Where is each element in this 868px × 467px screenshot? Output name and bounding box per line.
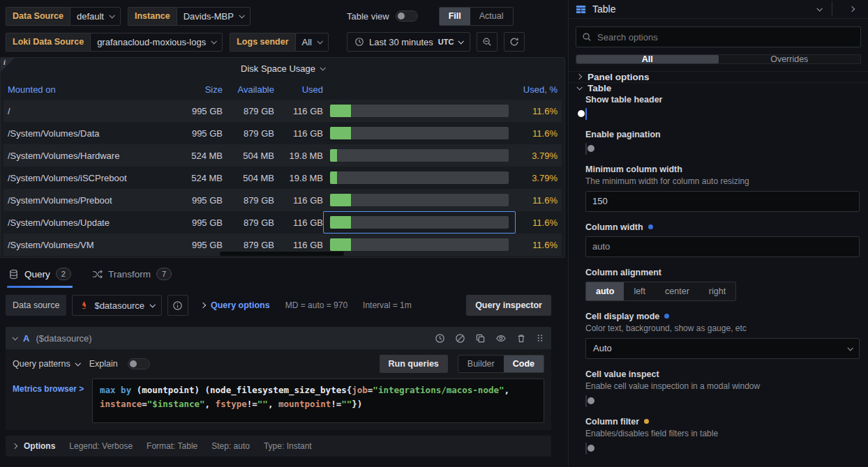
- promql-code-editor[interactable]: max by (mountpoint) (node_filesystem_siz…: [92, 378, 544, 423]
- toggle-knob: [588, 445, 594, 452]
- search-options-input[interactable]: [576, 26, 861, 47]
- query-options-expander[interactable]: Query options: [201, 300, 270, 310]
- query-ref-id: A: [23, 333, 29, 344]
- cell-display-mode-select[interactable]: Auto: [585, 338, 860, 359]
- variable-label-loki: Loki Data Source: [6, 33, 90, 52]
- query-patterns-dropdown[interactable]: Query patterns: [13, 359, 80, 369]
- disable-query-icon[interactable]: [455, 333, 465, 344]
- panel-title-menu[interactable]: Disk Space Usage: [1, 58, 564, 79]
- table-options-body: Show table header Enable pagination Mini…: [569, 93, 868, 467]
- field-label: Enable pagination: [585, 130, 860, 139]
- time-controls-cluster: Last 30 minutes UTC: [347, 32, 525, 52]
- toggle-visibility-eye-icon[interactable]: [495, 333, 507, 344]
- tab-all[interactable]: All: [576, 55, 719, 63]
- variable-picker-instance[interactable]: Davids-MBP: [177, 7, 250, 26]
- column-width-input[interactable]: [585, 236, 860, 257]
- fill-option[interactable]: Fill: [440, 8, 470, 25]
- alignment-right-option[interactable]: right: [699, 282, 735, 300]
- query-options-footer[interactable]: Options Legend: Verbose Format: Table St…: [6, 436, 551, 457]
- column-header-used-percent[interactable]: Used, %: [516, 84, 562, 95]
- cell-used-percent: 11.6%: [516, 217, 562, 228]
- metrics-browser-button[interactable]: Metrics browser >: [13, 378, 87, 423]
- column-header-used-gauge: [323, 79, 516, 100]
- datasource-picker[interactable]: $datasource: [72, 295, 162, 316]
- explain-toggle[interactable]: [128, 358, 150, 369]
- chevron-down-icon[interactable]: [816, 6, 822, 11]
- tab-transform[interactable]: Transform 7: [91, 266, 173, 288]
- cell-available: 879 GB: [223, 195, 274, 206]
- query-history-icon[interactable]: [435, 333, 445, 344]
- alignment-center-option[interactable]: center: [655, 282, 699, 300]
- chevron-down-icon: [317, 38, 322, 44]
- section-panel-options[interactable]: Panel options: [569, 71, 868, 82]
- show-table-header-toggle[interactable]: [585, 108, 587, 120]
- minimum-column-width-input[interactable]: [585, 191, 860, 212]
- column-header-used[interactable]: Used: [274, 84, 323, 95]
- variable-value: grafanacloud-moxious-logs: [97, 37, 206, 47]
- actual-option[interactable]: Actual: [470, 8, 513, 25]
- dashboard-variables-toolbar: Data Source default Instance Davids-MBP …: [0, 0, 568, 54]
- variable-picker-logs-sender[interactable]: All: [295, 33, 329, 52]
- zoom-out-time-button[interactable]: [477, 32, 497, 52]
- variable-picker-data-source[interactable]: default: [70, 7, 121, 26]
- info-icon: i: [3, 59, 6, 66]
- field-cell-value-inspect: Cell value inspect Enable cell value ins…: [585, 369, 860, 406]
- time-range-label: Last 30 minutes: [369, 37, 433, 47]
- remove-query-trash-icon[interactable]: [516, 333, 526, 344]
- collapse-query-icon[interactable]: [12, 335, 17, 340]
- cell-used: 116 GB: [274, 106, 323, 116]
- cell-used: 116 GB: [274, 195, 323, 206]
- field-cell-display-mode: Cell display mode Color text, background…: [585, 312, 860, 359]
- field-label: Cell value inspect: [585, 369, 860, 379]
- datasource-help-button[interactable]: [167, 295, 188, 316]
- gauge-fill: [330, 127, 351, 139]
- database-icon: [8, 269, 19, 280]
- query-options-meta: MD = auto = 970: [285, 300, 347, 310]
- panel-info-corner[interactable]: i: [1, 58, 15, 72]
- query-ref-datasource: ($datasource): [36, 333, 91, 344]
- section-table[interactable]: Table: [569, 82, 868, 93]
- tab-query[interactable]: Query 2: [7, 266, 73, 288]
- enable-pagination-toggle[interactable]: [585, 143, 587, 155]
- duplicate-query-icon[interactable]: [475, 333, 486, 344]
- select-value: Auto: [593, 343, 612, 353]
- field-description: Color text, background, show as gauge, e…: [585, 323, 860, 333]
- alignment-left-option[interactable]: left: [624, 282, 655, 300]
- refresh-button[interactable]: [504, 32, 525, 52]
- header-divider: [832, 1, 832, 17]
- interval-meta: Interval = 1m: [363, 300, 412, 310]
- field-enable-pagination: Enable pagination: [585, 130, 860, 154]
- column-filter-toggle[interactable]: [585, 443, 587, 454]
- time-range-picker[interactable]: Last 30 minutes UTC: [347, 32, 470, 52]
- column-header-available[interactable]: Available: [223, 84, 274, 95]
- query-datasource-row: Data source $datasource Query options MD…: [0, 288, 568, 320]
- query-row-header[interactable]: A ($datasource): [6, 327, 551, 349]
- table-view-toggle[interactable]: [396, 10, 418, 22]
- collapse-options-pane-button[interactable]: [843, 0, 861, 18]
- code-option[interactable]: Code: [504, 355, 544, 372]
- zoom-out-icon: [482, 37, 492, 47]
- query-patterns-label: Query patterns: [13, 359, 70, 369]
- alignment-auto-option[interactable]: auto: [586, 282, 624, 300]
- tab-overrides[interactable]: Overrides: [719, 55, 861, 63]
- explain-label: Explain: [89, 359, 118, 369]
- gauge-fill: [330, 105, 351, 117]
- cell-used-gauge: [323, 234, 516, 256]
- run-queries-button[interactable]: Run queries: [380, 355, 448, 373]
- drag-handle-icon[interactable]: [536, 333, 544, 343]
- table-row: / 995 GB 879 GB 116 GB 11.6%: [3, 100, 562, 122]
- column-header-size[interactable]: Size: [168, 84, 223, 95]
- toggle-knob: [588, 397, 594, 404]
- gauge-fill: [330, 216, 351, 229]
- cell-value-inspect-toggle[interactable]: [585, 395, 587, 407]
- chevron-down-icon: [75, 360, 80, 366]
- gauge-track: [330, 127, 509, 139]
- field-description: The minimum width for column auto resizi…: [585, 176, 860, 186]
- transform-count-badge: 7: [156, 268, 172, 280]
- builder-option[interactable]: Builder: [458, 355, 504, 372]
- column-header-mounted-on[interactable]: Mounted on: [3, 84, 168, 95]
- table-row: /System/Volumes/Data 995 GB 879 GB 116 G…: [3, 122, 562, 144]
- horizontal-scrollbar-thumb[interactable]: [220, 252, 344, 256]
- variable-picker-loki[interactable]: grafanacloud-moxious-logs: [90, 33, 223, 52]
- query-inspector-button[interactable]: Query inspector: [466, 295, 551, 316]
